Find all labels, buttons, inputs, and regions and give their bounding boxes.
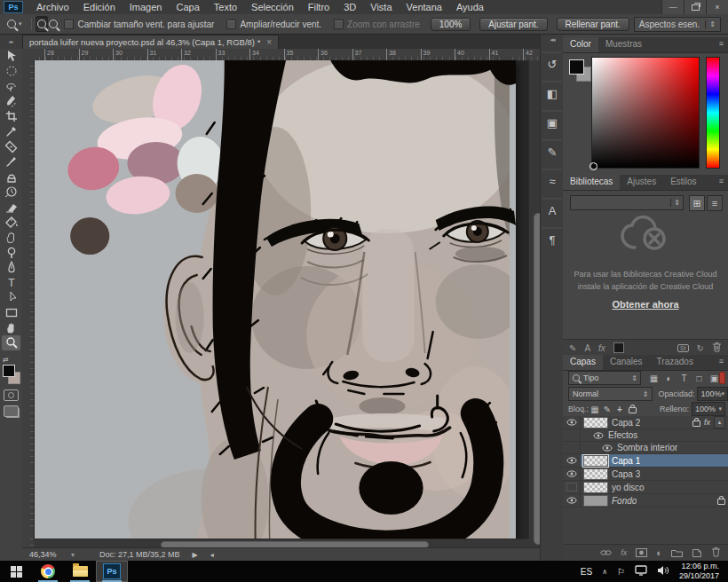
tab-ajustes[interactable]: Ajustes — [620, 175, 663, 190]
resize-windows-option[interactable]: Cambiar tamaño vent. para ajustar — [64, 20, 214, 29]
delete-layer-icon[interactable] — [711, 545, 721, 561]
visibility-toggle[interactable] — [563, 468, 581, 480]
scroll-left-icon[interactable]: ◂ — [210, 551, 214, 559]
adjustment-layer-icon[interactable]: ◐ — [656, 547, 662, 558]
history-panel-icon[interactable]: ↺ — [542, 51, 562, 75]
vertical-ruler[interactable] — [22, 60, 35, 548]
brush-presets-panel-icon[interactable]: ≈ — [542, 169, 562, 192]
visibility-toggle[interactable] — [563, 416, 581, 429]
restore-button[interactable] — [684, 0, 706, 14]
fill-value-box[interactable]: 100% ▾ — [692, 402, 725, 416]
layer-mask-icon[interactable] — [636, 545, 647, 561]
action-center-flag-icon[interactable]: ⚐ — [617, 567, 625, 577]
tab-muestras[interactable]: Muestras — [598, 37, 649, 52]
layer-name[interactable]: yo disco — [612, 483, 645, 492]
link-layers-icon[interactable] — [600, 545, 612, 561]
quick-mask-mode-button[interactable] — [4, 389, 19, 401]
add-layer-style-icon[interactable]: fx — [598, 343, 605, 353]
status-flyout-icon[interactable]: ▾ — [71, 551, 75, 559]
pen-tool[interactable] — [2, 260, 20, 275]
grid-view-button[interactable]: ⊞ — [689, 195, 705, 211]
new-layer-icon[interactable] — [692, 545, 702, 561]
zoom-tool[interactable] — [2, 335, 20, 350]
menu-seleccion[interactable]: Selección — [244, 2, 301, 12]
lasso-tool[interactable] — [2, 79, 20, 94]
visibility-toggle[interactable] — [563, 494, 581, 507]
layer-name[interactable]: Fondo — [612, 496, 637, 506]
marquee-tool[interactable] — [2, 64, 20, 79]
filter-type-layers-icon[interactable]: T — [677, 374, 692, 383]
layer-row-capa2[interactable]: Capa 2 fx ▴ — [563, 416, 728, 429]
swap-colors-icon[interactable]: ⇄ — [3, 356, 9, 364]
canvas-painting[interactable] — [35, 60, 516, 548]
menu-vista[interactable]: Vista — [363, 2, 399, 12]
type-tool[interactable]: T — [2, 275, 20, 290]
paint-bucket-tool[interactable] — [2, 215, 20, 230]
fill-screen-button[interactable]: Rellenar pant. — [557, 18, 629, 31]
screen-mode-button[interactable] — [4, 405, 19, 417]
hue-slider[interactable] — [706, 57, 720, 169]
panel-menu-icon[interactable]: ≡ — [715, 175, 728, 190]
tab-trazados[interactable]: Trazados — [650, 355, 700, 370]
filter-shape-layers-icon[interactable]: □ — [692, 374, 707, 383]
rectangle-tool[interactable] — [2, 305, 20, 320]
document-tab[interactable]: portada luifer nueva proyecto.psd al 46,… — [22, 35, 279, 49]
lock-transparency-icon[interactable]: ▦ — [589, 405, 601, 414]
character-panel-icon[interactable]: A — [542, 198, 562, 221]
dodge-tool[interactable] — [2, 245, 20, 260]
quick-selection-tool[interactable] — [2, 94, 20, 109]
effects-group-label[interactable]: Efectos — [608, 430, 637, 440]
layer-row-efectos[interactable]: Efectos — [563, 429, 728, 442]
move-tool[interactable] — [2, 49, 20, 64]
panel-menu-icon[interactable]: ≡ — [715, 355, 728, 370]
add-brush-icon[interactable]: ✎ — [569, 343, 576, 353]
hand-tool[interactable] — [2, 320, 20, 335]
vertical-scrollbar[interactable] — [528, 60, 540, 548]
visibility-toggle[interactable] — [563, 454, 581, 467]
history-brush-tool[interactable] — [2, 185, 20, 200]
minimize-button[interactable]: — — [661, 0, 684, 14]
layer-row-capa1-selected[interactable]: Capa 1 — [563, 454, 728, 468]
network-icon[interactable] — [635, 565, 647, 578]
menu-texto[interactable]: Texto — [207, 2, 244, 12]
collapse-effects-icon[interactable]: ▴ — [714, 416, 725, 429]
menu-ventana[interactable]: Ventana — [400, 2, 449, 12]
layer-filter-type-dropdown[interactable]: Tipo ⇕ — [568, 371, 641, 385]
dock-collapse-control[interactable]: ◂◂ — [541, 35, 564, 45]
layer-row-sombra-interior[interactable]: Sombra interior — [563, 442, 728, 454]
start-button[interactable] — [0, 561, 32, 582]
layer-thumbnail[interactable] — [583, 495, 608, 507]
lock-all-icon[interactable] — [629, 407, 637, 413]
sync-icon[interactable]: ↻ — [697, 343, 704, 353]
layer-row-fondo[interactable]: Fondo — [563, 494, 728, 507]
blend-mode-dropdown[interactable]: Normal ⇕ — [568, 387, 653, 401]
lock-pixels-icon[interactable]: ✎ — [601, 405, 613, 414]
volume-icon[interactable] — [657, 565, 669, 578]
clone-stamp-tool[interactable] — [2, 169, 20, 185]
tab-capas[interactable]: Capas — [563, 355, 603, 370]
opacity-value-box[interactable]: 100% ▾ — [697, 387, 728, 401]
layer-row-capa3[interactable]: Capa 3 — [563, 468, 728, 481]
filter-toggle-switch[interactable] — [719, 372, 725, 384]
layer-name[interactable]: Capa 1 — [612, 456, 640, 466]
tray-expand-icon[interactable]: ∧ — [602, 568, 607, 576]
menu-imagen[interactable]: Imagen — [123, 2, 170, 12]
new-group-icon[interactable] — [671, 545, 683, 561]
filter-adjustment-layers-icon[interactable]: ◐ — [661, 374, 677, 383]
layer-effects-fx-badge[interactable]: fx — [704, 418, 710, 427]
effect-name[interactable]: Sombra interior — [617, 443, 677, 452]
taskbar-photoshop-button[interactable]: Ps — [96, 561, 128, 582]
tab-canales[interactable]: Canales — [603, 355, 650, 370]
tab-estilos[interactable]: Estilos — [663, 175, 703, 190]
tab-color[interactable]: Color — [563, 37, 598, 52]
current-tool-selector[interactable]: ▾ — [7, 20, 22, 28]
toolbar-collapse-control[interactable]: ▸▸ — [0, 35, 22, 49]
lock-position-icon[interactable]: + — [613, 405, 626, 414]
list-view-button[interactable]: ≡ — [707, 195, 723, 211]
brush-settings-panel-icon[interactable]: ✎ — [542, 139, 562, 162]
layer-thumbnail[interactable] — [583, 482, 608, 493]
taskbar-chrome-button[interactable] — [32, 561, 64, 582]
eyedropper-tool[interactable] — [2, 124, 20, 139]
zoom-level-field[interactable]: 46,34% — [27, 550, 71, 559]
panel-menu-icon[interactable]: ≡ — [715, 37, 728, 52]
